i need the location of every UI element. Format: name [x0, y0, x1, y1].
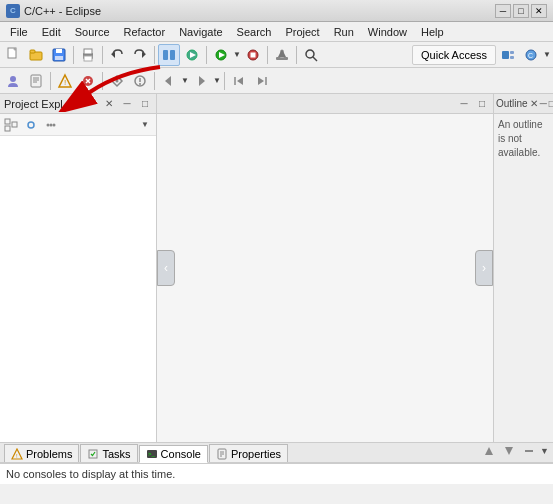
svg-marker-66	[485, 447, 493, 455]
outline-max-icon[interactable]: □	[549, 97, 553, 111]
editor-min-icon[interactable]: ─	[457, 97, 471, 111]
close-button[interactable]: ✕	[531, 4, 547, 18]
perspective-icon2[interactable]: C	[520, 44, 542, 66]
search-btn[interactable]	[300, 44, 322, 66]
tb2-prev[interactable]	[228, 70, 250, 92]
bottom-dropdown-arrow[interactable]: ▼	[540, 446, 549, 456]
bottom-tb-btn2[interactable]	[500, 442, 518, 460]
svg-rect-53	[12, 122, 17, 127]
debug-button[interactable]	[181, 44, 203, 66]
tab-problems[interactable]: ! Problems	[4, 444, 79, 462]
menu-help[interactable]: Help	[415, 24, 450, 40]
panel-max-icon[interactable]: □	[138, 97, 152, 111]
menu-edit[interactable]: Edit	[36, 24, 67, 40]
panel-min-icon[interactable]: ─	[120, 97, 134, 111]
tab-console[interactable]: >_ Console	[139, 445, 208, 463]
tasks-icon	[87, 448, 99, 460]
panel-close-icon[interactable]: ✕	[102, 97, 116, 111]
link-editor-btn[interactable]	[22, 116, 40, 134]
tb2-btn1[interactable]	[2, 70, 24, 92]
svg-point-56	[53, 123, 56, 126]
console-icon: >_	[146, 448, 158, 460]
tb2-separator2	[102, 72, 103, 90]
tab-properties[interactable]: Properties	[209, 444, 288, 462]
tb2-btn6[interactable]	[129, 70, 151, 92]
app-icon: C	[6, 4, 20, 18]
build-button[interactable]	[271, 44, 293, 66]
menu-search[interactable]: Search	[231, 24, 278, 40]
tb2-forward[interactable]	[190, 70, 212, 92]
tb2-btn4[interactable]	[77, 70, 99, 92]
tb2-back[interactable]	[158, 70, 180, 92]
svg-text:!: !	[64, 78, 66, 87]
toolbar1: ▼ Quick Access C ▼	[0, 42, 553, 68]
menu-run[interactable]: Run	[328, 24, 360, 40]
svg-marker-46	[199, 76, 205, 86]
right-panel-header: Outline ✕ ─ □	[494, 94, 553, 114]
tab-problems-label: Problems	[26, 448, 72, 460]
toggle-view-button[interactable]	[158, 44, 180, 66]
print-button[interactable]	[77, 44, 99, 66]
perspective-dropdown[interactable]: ▼	[543, 44, 551, 66]
separator5	[267, 46, 268, 64]
menu-window[interactable]: Window	[362, 24, 413, 40]
save-button[interactable]	[48, 44, 70, 66]
menu-file[interactable]: File	[4, 24, 34, 40]
editor-max-icon[interactable]: □	[475, 97, 489, 111]
tb2-separator3	[154, 72, 155, 90]
svg-point-55	[50, 123, 53, 126]
panel-toolbar: ▼	[0, 114, 156, 136]
svg-rect-68	[525, 450, 533, 452]
svg-rect-12	[163, 50, 168, 60]
run-button[interactable]	[210, 44, 232, 66]
tb2-separator1	[50, 72, 51, 90]
tb2-btn3[interactable]: !	[54, 70, 76, 92]
stop-button[interactable]	[242, 44, 264, 66]
tab-tasks[interactable]: Tasks	[80, 444, 137, 462]
right-collapse-button[interactable]: ›	[475, 250, 493, 286]
tb2-next[interactable]	[251, 70, 273, 92]
bottom-tb-btn3[interactable]	[520, 442, 538, 460]
left-collapse-button[interactable]: ‹	[157, 250, 175, 286]
toolbar2: ! ▼ ▼	[0, 68, 553, 94]
panel-menu-btn[interactable]	[42, 116, 60, 134]
svg-point-30	[10, 76, 16, 82]
menu-project[interactable]: Project	[279, 24, 325, 40]
tb2-back-dropdown[interactable]: ▼	[181, 70, 189, 92]
tb2-btn5[interactable]	[106, 70, 128, 92]
window-controls: ─ □ ✕	[495, 4, 547, 18]
svg-rect-8	[84, 49, 92, 54]
outline-title: Outline	[496, 98, 528, 109]
svg-rect-3	[30, 50, 35, 53]
perspective-icon1[interactable]	[497, 44, 519, 66]
svg-rect-27	[510, 56, 514, 59]
quick-access-button[interactable]: Quick Access	[412, 45, 496, 65]
run-dropdown[interactable]: ▼	[233, 44, 241, 66]
new-button[interactable]	[2, 44, 24, 66]
open-button[interactable]	[25, 44, 47, 66]
bottom-tb-btn1[interactable]	[480, 442, 498, 460]
svg-rect-26	[510, 51, 514, 54]
minimize-button[interactable]: ─	[495, 4, 511, 18]
menu-navigate[interactable]: Navigate	[173, 24, 228, 40]
editor-content[interactable]	[157, 114, 493, 442]
svg-text:!: !	[16, 452, 18, 458]
undo-button[interactable]	[106, 44, 128, 66]
tb2-btn2[interactable]	[25, 70, 47, 92]
svg-rect-6	[55, 56, 63, 60]
maximize-button[interactable]: □	[513, 4, 529, 18]
tab-properties-label: Properties	[231, 448, 281, 460]
svg-rect-13	[170, 50, 175, 60]
collapse-all-btn[interactable]	[2, 116, 20, 134]
panel-dropdown-btn[interactable]: ▼	[136, 116, 154, 134]
svg-rect-9	[84, 56, 92, 61]
tb2-forward-dropdown[interactable]: ▼	[213, 70, 221, 92]
svg-rect-5	[56, 49, 62, 53]
menu-source[interactable]: Source	[69, 24, 116, 40]
redo-button[interactable]	[129, 44, 151, 66]
outline-min-icon[interactable]: ─	[540, 97, 547, 111]
outline-close-icon[interactable]: ✕	[530, 97, 538, 111]
menu-refactor[interactable]: Refactor	[118, 24, 172, 40]
svg-line-24	[313, 57, 317, 61]
outline-panel: Outline ✕ ─ □ An outline is not availabl…	[493, 94, 553, 442]
